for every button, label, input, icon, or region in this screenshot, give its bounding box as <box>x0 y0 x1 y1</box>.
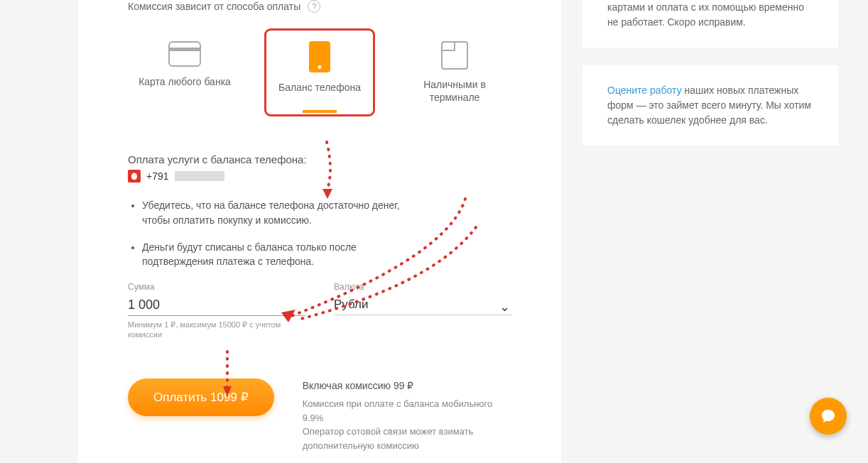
payment-form-panel: Комиссия зависит от способа оплаты ? Кар… <box>78 0 561 463</box>
carrier-icon <box>128 170 141 183</box>
method-bank-card[interactable]: Карта любого банка <box>131 31 238 114</box>
method-cash-terminal[interactable]: Наличными в терминале <box>401 31 508 114</box>
fee-including: Включая комиссию 99 ₽ <box>303 378 511 393</box>
payment-methods: Карта любого банка Баланс телефона Налич… <box>128 31 511 114</box>
info-bullets: Убедитесь, что на балансе телефона доста… <box>142 198 511 268</box>
method-phone-balance[interactable]: Баланс телефона <box>266 31 373 114</box>
commission-note: Комиссия зависит от способа оплаты <box>128 1 300 12</box>
fee-rate: Комиссия при оплате с баланса мобильного… <box>303 397 511 425</box>
commission-note-row: Комиссия зависит от способа оплаты ? <box>128 0 511 13</box>
fee-details: Включая комиссию 99 ₽ Комиссия при оплат… <box>303 378 511 452</box>
currency-value: Рубли <box>334 295 511 315</box>
phone-icon <box>309 41 330 72</box>
chat-button[interactable] <box>810 398 847 435</box>
method-card-label: Карта любого банка <box>135 75 234 88</box>
sidebar-notice-card: картами и оплата с их помощью временно н… <box>582 0 838 48</box>
amount-hint: Минимум 1 ₽, максимум 15000 ₽ с учетом к… <box>128 320 305 340</box>
bullet-1: Убедитесь, что на балансе телефона доста… <box>142 198 511 227</box>
sidebar: картами и оплата с их помощью временно н… <box>582 0 838 463</box>
chevron-down-icon: ⌄ <box>499 299 510 315</box>
pay-button[interactable]: Оплатить 1099 ₽ <box>128 378 274 416</box>
sidebar-feedback-card: Оцените работу наших новых платежных фор… <box>582 65 838 146</box>
amount-input[interactable] <box>128 295 305 316</box>
card-icon <box>168 41 201 67</box>
method-cash-label: Наличными в терминале <box>405 78 504 104</box>
terminal-icon <box>441 41 468 70</box>
method-phone-label: Баланс телефона <box>270 81 369 94</box>
currency-label: Валюта <box>334 282 511 292</box>
phone-section-title: Оплата услуги с баланса телефона: <box>128 153 511 165</box>
svg-marker-0 <box>322 189 332 199</box>
phone-number-prefix: +791 <box>146 170 169 182</box>
phone-number-masked <box>175 171 224 181</box>
sidebar-notice: картами и оплата с их помощью временно н… <box>607 1 804 28</box>
feedback-link[interactable]: Оцените работу <box>607 85 682 96</box>
currency-field: Валюта Рубли ⌄ <box>334 282 511 340</box>
fee-operator-note: Оператор сотовой связи может взимать доп… <box>303 425 511 452</box>
chat-icon <box>820 408 837 425</box>
amount-field: Сумма Минимум 1 ₽, максимум 15000 ₽ с уч… <box>128 282 305 340</box>
help-icon[interactable]: ? <box>308 0 320 13</box>
bullet-2: Деньги будут списаны с баланса только по… <box>142 240 511 269</box>
amount-label: Сумма <box>128 282 305 292</box>
phone-number-row: +791 <box>128 170 511 183</box>
active-indicator <box>303 110 337 113</box>
currency-select[interactable]: Рубли ⌄ <box>334 295 511 315</box>
